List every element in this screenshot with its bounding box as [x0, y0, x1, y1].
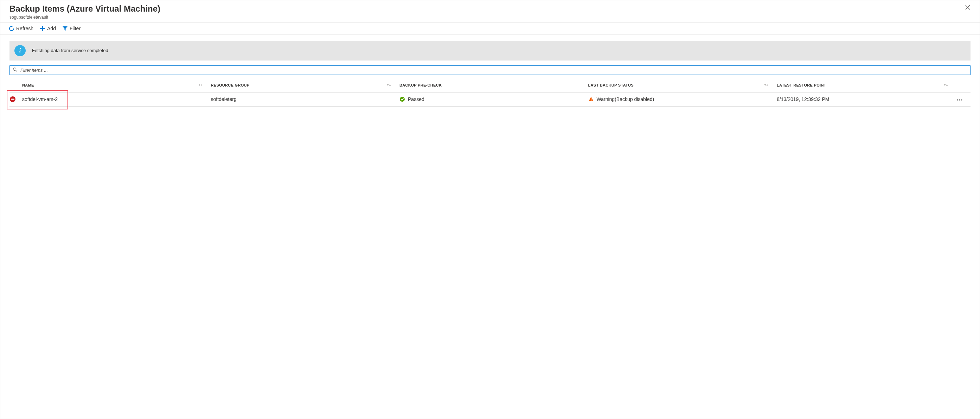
last-status-value: Warning(Backup disabled) [597, 96, 654, 102]
close-button[interactable] [963, 4, 973, 12]
ellipsis-icon [956, 96, 963, 102]
warning-icon [588, 96, 594, 102]
filter-icon [62, 25, 68, 31]
col-restore-point[interactable]: Latest Restore Point [777, 80, 956, 91]
search-icon [13, 67, 18, 73]
svg-rect-3 [11, 99, 14, 100]
svg-point-7 [957, 100, 958, 100]
refresh-label: Refresh [16, 25, 33, 31]
item-resource-group: softdeleterg [211, 96, 237, 102]
grid-header: Name Resource Group Backup Pre-Check Las… [10, 78, 970, 92]
svg-line-1 [16, 70, 17, 72]
item-name[interactable]: softdel-vm-am-2 [22, 96, 58, 102]
row-more-button[interactable] [956, 93, 970, 105]
vault-subtitle: sogupsoftdeletevault [10, 15, 160, 20]
info-icon: i [14, 45, 25, 56]
stop-icon [10, 96, 16, 102]
col-pre-check[interactable]: Backup Pre-Check [399, 80, 588, 91]
pre-check-value: Passed [408, 96, 425, 102]
svg-rect-5 [591, 98, 592, 100]
add-button[interactable]: Add [40, 25, 56, 31]
col-status-label: Last Backup Status [588, 83, 634, 87]
sort-icon [764, 83, 768, 87]
table-row[interactable]: softdel-vm-am-2 softdeleterg Passed Warn… [10, 92, 970, 107]
svg-rect-6 [591, 100, 592, 101]
col-rg-label: Resource Group [211, 83, 250, 87]
sort-icon [944, 83, 948, 87]
page-title: Backup Items (Azure Virtual Machine) [10, 4, 160, 14]
col-name-label: Name [22, 83, 34, 87]
restore-point-value: 8/13/2019, 12:39:32 PM [777, 96, 829, 102]
col-resource-group[interactable]: Resource Group [211, 80, 400, 91]
refresh-icon [9, 25, 14, 31]
col-name[interactable]: Name [22, 80, 211, 91]
col-restore-label: Latest Restore Point [777, 83, 826, 87]
close-icon [965, 5, 970, 10]
refresh-button[interactable]: Refresh [9, 25, 33, 31]
filter-button[interactable]: Filter [62, 25, 81, 31]
plus-icon [40, 25, 45, 31]
filter-label: Filter [70, 25, 81, 31]
svg-point-9 [961, 100, 962, 100]
add-label: Add [47, 25, 56, 31]
check-icon [399, 96, 405, 102]
col-precheck-label: Backup Pre-Check [399, 83, 442, 87]
backup-items-grid: Name Resource Group Backup Pre-Check Las… [10, 78, 970, 107]
filter-input[interactable] [21, 67, 967, 73]
status-notice: i Fetching data from service completed. [10, 41, 970, 61]
sort-icon [387, 83, 391, 87]
filter-box[interactable] [10, 65, 970, 75]
notice-text: Fetching data from service completed. [32, 48, 109, 53]
svg-point-0 [13, 68, 16, 71]
svg-point-8 [959, 100, 960, 100]
sort-icon [198, 83, 202, 87]
col-last-status[interactable]: Last Backup Status [588, 80, 777, 91]
